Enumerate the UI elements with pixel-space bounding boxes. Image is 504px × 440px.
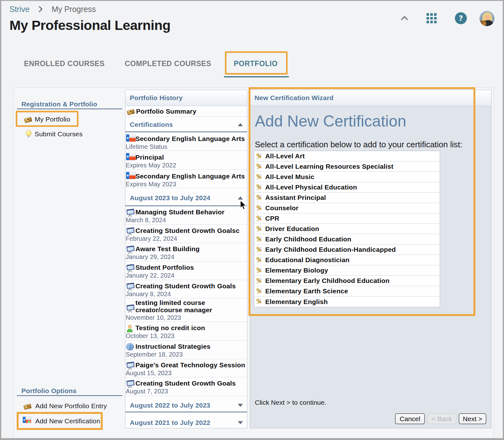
expand-section-icon[interactable] <box>238 421 243 424</box>
history-item-date: September 18, 2023 <box>126 350 247 358</box>
history-item[interactable]: Secondary English Language ArtsLifetime … <box>125 132 247 151</box>
expand-section-icon[interactable] <box>238 404 243 407</box>
tools-icon <box>255 204 263 212</box>
wizard-footer-hint: Click Next > to continue. <box>255 399 326 406</box>
person-icon <box>126 324 134 332</box>
history-item-title: Principal <box>135 153 247 161</box>
history-section-header[interactable]: August 2021 to July 2022 <box>125 412 247 428</box>
history-section-header[interactable]: Certifications <box>125 117 247 132</box>
help-button[interactable]: ? <box>455 12 467 24</box>
back-button[interactable]: < Back <box>427 413 456 424</box>
history-item[interactable]: Managing Student BehaviorMarch 8, 2024 <box>125 206 247 225</box>
history-section-header[interactable]: August 2023 to July 2024 <box>125 188 247 206</box>
projector-icon <box>126 304 135 313</box>
mouse-cursor-icon <box>240 200 247 212</box>
chevron-up-icon <box>400 14 409 23</box>
certification-option-label: CPR <box>265 215 279 222</box>
history-item[interactable]: Student PortfoliosJanuary 22, 2024 <box>125 262 247 280</box>
history-item[interactable]: testing limited course creator/course ma… <box>125 298 247 322</box>
svg-text:?: ? <box>459 14 463 22</box>
user-avatar[interactable] <box>479 11 495 26</box>
tools-icon <box>255 256 263 264</box>
certification-option[interactable]: Elementary English <box>254 296 440 307</box>
certification-option[interactable]: Elementary Biology <box>254 265 440 276</box>
certification-option[interactable]: Assistant Principal <box>254 193 440 203</box>
certification-option[interactable]: All-Level Music <box>254 172 440 182</box>
portfolio-icon <box>23 402 32 410</box>
tab-completed-courses[interactable]: COMPLETED COURSES <box>125 59 211 68</box>
tools-icon <box>255 225 263 233</box>
history-section-title: August 2023 to July 2024 <box>130 194 247 202</box>
history-item-date: August 7, 2023 <box>126 387 247 395</box>
certification-option[interactable]: Driver Education <box>254 224 440 234</box>
history-item-date: January 22, 2024 <box>126 271 247 279</box>
collapse-section-icon[interactable] <box>238 123 243 126</box>
apps-grid-button[interactable] <box>427 13 437 23</box>
breadcrumb-current: My Progress <box>52 5 96 14</box>
portfolio-icon <box>127 107 135 116</box>
new-certification-wizard-panel: New Certification Wizard Add New Certifi… <box>250 90 491 428</box>
certification-option-label: Elementary English <box>265 298 328 306</box>
portfolio-history-title: Portfolio History <box>130 94 183 102</box>
strive-app-page: Strive My Progress My Professional Learn… <box>0 0 504 440</box>
certification-option[interactable]: Elementary Early Childhood Education <box>254 276 440 286</box>
sidebar-item-add-new-portfolio-entry[interactable]: Add New Portfolio Entry <box>35 402 107 410</box>
certification-option[interactable]: All-Level Art <box>254 151 440 161</box>
history-item[interactable]: Aware Test BuildingJanuary 29, 2024 <box>125 243 247 262</box>
tools-icon <box>255 298 263 305</box>
certification-option[interactable]: All-Level Learning Resources Specialist <box>254 161 440 172</box>
history-item[interactable]: Creating Student Growth GoalscFebruary 2… <box>125 225 247 243</box>
collapse-header-button[interactable] <box>400 14 409 23</box>
certification-option-label: Elementary Earth Science <box>265 287 348 295</box>
portfolio-icon <box>24 115 32 123</box>
history-section-header[interactable]: August 2022 to July 2023 <box>125 396 247 412</box>
certification-option-label: Elementary Biology <box>265 267 328 274</box>
tools-icon <box>255 152 263 160</box>
sidebar-item-add-new-certification[interactable]: Add New Certification <box>35 417 100 425</box>
sidebar-item-label: Add New Certification <box>35 417 100 425</box>
certification-option[interactable]: Elementary Earth Science <box>254 286 440 296</box>
certification-option[interactable]: CPR <box>254 213 440 224</box>
history-item[interactable]: PrincipalExpires May 2022 <box>125 151 247 169</box>
certification-option[interactable]: Early Childhood Education <box>254 234 440 245</box>
tools-icon <box>255 235 263 243</box>
portfolio-summary-item[interactable]: Portfolio Summary <box>125 106 247 117</box>
history-item[interactable]: Secondary English Language ArtsExpires M… <box>125 170 247 188</box>
collapse-section-icon[interactable] <box>238 196 243 200</box>
history-item-date: August 15, 2023 <box>126 369 247 377</box>
history-item-date: Expires May 2023 <box>126 180 247 188</box>
breadcrumb-home-link[interactable]: Strive <box>9 5 30 14</box>
certification-option[interactable]: Early Childhood Education-Handicapped <box>254 245 440 255</box>
history-item[interactable]: Instructional StrategiesSeptember 18, 20… <box>125 341 247 359</box>
cancel-button[interactable]: Cancel <box>395 413 425 424</box>
tools-icon <box>255 277 263 285</box>
tab-enrolled-courses[interactable]: ENROLLED COURSES <box>24 59 105 68</box>
certification-option[interactable]: Educational Diagnostician <box>254 255 440 265</box>
certification-option-label: Early Childhood Education-Handicapped <box>265 246 396 253</box>
sidebar-item-label: My Portfolio <box>35 116 70 123</box>
sidebar-item-label: Add New Portfolio Entry <box>35 402 107 410</box>
next-button[interactable]: Next > <box>459 413 486 424</box>
history-item[interactable]: Paige's Great Technology SessionAugust 1… <box>125 359 247 378</box>
history-item-title: Creating Student Growth Goals <box>135 282 247 290</box>
tab-portfolio[interactable]: PORTFOLIO <box>234 59 278 68</box>
history-item[interactable]: Testing no credit iconOctober 13, 2023 <box>125 322 247 341</box>
history-section-title: August 2021 to July 2022 <box>130 419 247 427</box>
history-item[interactable]: Creating Student Growth GoalsAugust 7, 2… <box>125 377 247 396</box>
texas-flag-icon <box>126 153 136 160</box>
breadcrumb: Strive My Progress <box>9 4 96 14</box>
wizard-panel-header: New Certification Wizard <box>250 90 491 106</box>
certification-option-label: All-Level Music <box>265 173 314 181</box>
history-item-title: Testing no credit icon <box>135 324 247 332</box>
history-item[interactable]: Creating Student Growth GoalsJanuary 8, … <box>125 280 247 299</box>
projector-icon <box>126 361 135 370</box>
sidebar-item-my-portfolio[interactable]: My Portfolio <box>35 115 70 123</box>
certification-option[interactable]: All-Level Physical Education <box>254 182 440 193</box>
wizard-instruction: Select a certification below to add to y… <box>255 140 462 149</box>
sidebar-item-submit-courses[interactable]: Submit Courses <box>35 130 83 138</box>
help-icon: ? <box>455 12 467 24</box>
history-item-date: Expires May 2022 <box>126 161 247 169</box>
history-item-title: Student Portfolios <box>135 263 247 271</box>
certification-option[interactable]: Counselor <box>254 203 440 213</box>
certification-option-label: Educational Diagnostician <box>265 256 350 264</box>
